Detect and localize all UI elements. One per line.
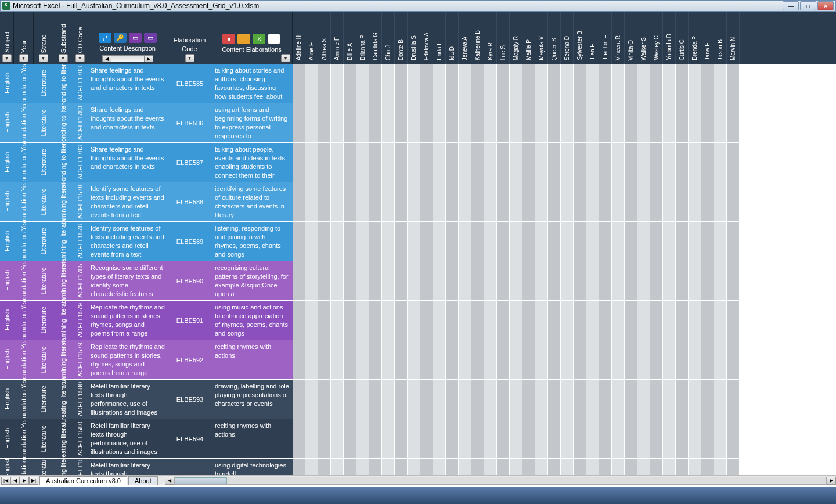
grid-cell[interactable] (395, 380, 408, 419)
grid-cell[interactable] (650, 222, 663, 261)
cell[interactable]: ACELT1579 (73, 340, 87, 379)
grid-cell[interactable] (650, 380, 663, 419)
grid-cell[interactable] (356, 261, 369, 300)
cell[interactable]: Foundation Year (14, 103, 34, 142)
grid-cell[interactable] (612, 143, 625, 182)
cell-desc[interactable]: Retell familiar literary texts through (87, 459, 168, 475)
grid-cell[interactable] (395, 301, 408, 340)
grid-cell[interactable] (395, 64, 408, 103)
grid-cell[interactable] (497, 380, 510, 419)
grid-cell[interactable] (510, 143, 522, 182)
cell[interactable]: English (0, 419, 14, 458)
toolbar-icon-5[interactable]: ● (222, 34, 235, 44)
cell[interactable]: English (0, 222, 14, 261)
grid-cell[interactable] (471, 301, 484, 340)
grid-cell[interactable] (408, 261, 420, 300)
filter-cdcode[interactable] (75, 54, 85, 62)
grid-cell[interactable] (305, 459, 318, 475)
cell[interactable]: Examining literature (53, 340, 73, 379)
cell[interactable]: English (0, 182, 14, 221)
grid-cell[interactable] (625, 222, 637, 261)
grid-cell[interactable] (548, 459, 561, 475)
grid-cell[interactable] (497, 419, 510, 458)
grid-cell[interactable] (408, 340, 420, 379)
grid-cell[interactable] (612, 459, 625, 475)
grid-cell[interactable] (344, 340, 356, 379)
grid-cell[interactable] (369, 340, 382, 379)
grid-cell[interactable] (395, 340, 408, 379)
cell[interactable]: Examining literature (53, 182, 73, 221)
grid-cell[interactable] (433, 182, 446, 221)
grid-cell[interactable] (471, 182, 484, 221)
grid-cell[interactable] (382, 182, 395, 221)
grid-cell[interactable] (586, 143, 599, 182)
grid-cell[interactable] (408, 103, 420, 142)
grid-cell[interactable] (459, 64, 471, 103)
grid-cell[interactable] (522, 143, 535, 182)
cell-desc[interactable]: Identify some features of texts includin… (87, 222, 168, 261)
cell-elab[interactable]: reciting rhymes with actions (211, 419, 293, 458)
grid-cell[interactable] (510, 182, 522, 221)
grid-cell[interactable] (689, 301, 701, 340)
grid-cell[interactable] (446, 301, 459, 340)
cell[interactable]: English (0, 301, 14, 340)
grid-cell[interactable] (318, 340, 331, 379)
grid-cell[interactable] (714, 261, 727, 300)
grid-cell[interactable] (701, 64, 714, 103)
cell[interactable]: ACELT1580 (73, 380, 87, 419)
grid-cell[interactable] (408, 301, 420, 340)
grid-cell[interactable] (293, 182, 305, 221)
grid-cell[interactable] (318, 301, 331, 340)
grid-cell[interactable] (305, 64, 318, 103)
cell[interactable]: Examining literature (53, 222, 73, 261)
grid-cell[interactable] (574, 103, 586, 142)
grid-cell[interactable] (293, 380, 305, 419)
grid-cell[interactable] (574, 380, 586, 419)
grid-cell[interactable] (637, 301, 650, 340)
grid-cell[interactable] (650, 261, 663, 300)
grid-cell[interactable] (497, 261, 510, 300)
grid-cell[interactable] (318, 419, 331, 458)
grid-cell[interactable] (331, 143, 344, 182)
grid-cell[interactable] (369, 261, 382, 300)
cell[interactable]: ACELT1579 (73, 301, 87, 340)
grid-cell[interactable] (420, 143, 433, 182)
cell[interactable]: Examining literature (53, 261, 73, 300)
grid-cell[interactable] (293, 64, 305, 103)
grid-cell[interactable] (510, 340, 522, 379)
grid-cell[interactable] (420, 182, 433, 221)
grid-cell[interactable] (446, 64, 459, 103)
grid-cell[interactable] (676, 419, 689, 458)
grid-cell[interactable] (535, 222, 548, 261)
grid-cell[interactable] (701, 459, 714, 475)
grid-cell[interactable] (637, 64, 650, 103)
grid-cell[interactable] (331, 340, 344, 379)
grid-cell[interactable] (561, 64, 574, 103)
cell[interactable]: Responding to literature (53, 143, 73, 182)
grid-cell[interactable] (663, 380, 676, 419)
grid-cell[interactable] (535, 182, 548, 221)
grid-cell[interactable] (574, 261, 586, 300)
grid-cell[interactable] (369, 380, 382, 419)
grid-cell[interactable] (548, 143, 561, 182)
grid-cell[interactable] (420, 459, 433, 475)
grid-cell[interactable] (535, 340, 548, 379)
grid-cell[interactable] (637, 261, 650, 300)
grid-cell[interactable] (535, 419, 548, 458)
grid-cell[interactable] (497, 301, 510, 340)
grid-cell[interactable] (484, 222, 497, 261)
grid-cell[interactable] (676, 340, 689, 379)
grid-cell[interactable] (586, 459, 599, 475)
cell[interactable]: Foundation Year (14, 340, 34, 379)
filter-year[interactable] (19, 54, 28, 62)
grid-cell[interactable] (510, 103, 522, 142)
grid-cell[interactable] (701, 143, 714, 182)
cell-ecode[interactable]: ELBE590 (168, 261, 211, 300)
grid-cell[interactable] (663, 261, 676, 300)
grid-cell[interactable] (663, 182, 676, 221)
grid-cell[interactable] (561, 419, 574, 458)
grid-cell[interactable] (586, 222, 599, 261)
cell-ecode[interactable]: ELBE585 (168, 64, 211, 103)
grid-cell[interactable] (522, 222, 535, 261)
grid-cell[interactable] (293, 222, 305, 261)
